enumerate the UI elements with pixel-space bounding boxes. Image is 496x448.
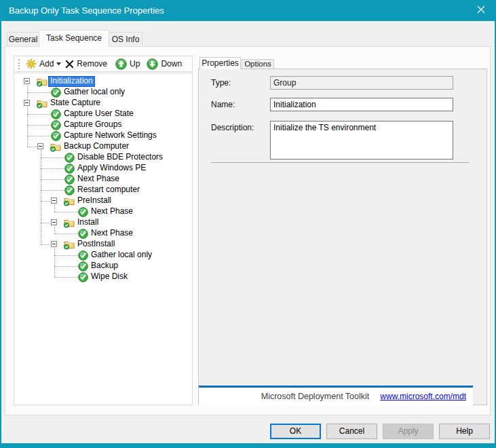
tree-connector-line — [27, 85, 28, 92]
dialog-window: Backup Only Task Sequence Properties Gen… — [0, 0, 496, 448]
tree-item-label[interactable]: Capture Network Settings — [62, 130, 159, 141]
task-check-icon — [77, 206, 88, 217]
tree-toolbar: Add Remove Up — [14, 56, 193, 72]
tree-item-label[interactable]: Backup — [89, 261, 120, 272]
tree-task-row[interactable]: Capture User State — [14, 109, 192, 119]
help-button[interactable]: Help — [439, 424, 490, 439]
tree-item-label[interactable]: Disable BDE Protectors — [75, 152, 165, 163]
tree-task-row[interactable]: Backup — [14, 261, 192, 272]
collapse-minus-icon[interactable] — [37, 143, 43, 149]
add-button[interactable]: Add — [24, 58, 63, 69]
down-arrow-icon — [147, 58, 158, 70]
tree-connector-stub — [41, 190, 64, 191]
add-dropdown-caret-icon — [56, 62, 61, 66]
tree-task-row[interactable]: Wipe Disk — [14, 272, 192, 282]
add-star-icon — [26, 58, 37, 69]
tree-connector-stub — [41, 223, 52, 223]
tree-item-label[interactable]: Restart computer — [75, 185, 142, 195]
tree-item-label[interactable]: Capture Groups — [62, 119, 123, 130]
task-check-icon — [77, 261, 88, 272]
tree-item-label[interactable]: Gather local only — [89, 250, 154, 261]
task-check-icon — [77, 250, 88, 261]
tree-connector-stub — [54, 277, 77, 278]
tree-connector-stub — [41, 179, 64, 180]
description-field[interactable]: Initialize the TS environment — [270, 121, 453, 160]
remove-button-label: Remove — [77, 59, 107, 69]
type-label: Type: — [211, 78, 231, 88]
tree-task-row[interactable]: Capture Groups — [14, 119, 192, 130]
tree-task-row[interactable]: Capture Network Settings — [14, 130, 192, 141]
mdt-footer-text: Microsoft Deployment Toolkit — [261, 392, 370, 401]
tree-connector-stub — [41, 168, 64, 169]
tree-connector-stub — [41, 157, 64, 158]
title-bar[interactable]: Backup Only Task Sequence Properties — [0, 0, 496, 21]
toolbar-grip-handle[interactable] — [18, 59, 20, 69]
collapse-minus-icon[interactable] — [51, 198, 57, 204]
up-button[interactable]: Up — [113, 58, 142, 70]
tree-group-row[interactable]: State Capture — [14, 98, 192, 109]
tree-item-label[interactable]: Gather local only — [62, 87, 127, 98]
close-button[interactable] — [465, 0, 496, 21]
tree-item-label[interactable]: Capture User State — [62, 109, 136, 119]
tree-item-label[interactable]: Wipe Disk — [89, 272, 130, 282]
name-label: Name: — [211, 100, 235, 109]
task-check-icon — [77, 272, 88, 282]
tab-options[interactable]: Options — [242, 59, 274, 69]
tree-connector-stub — [27, 147, 38, 147]
tree-connector-stub — [41, 244, 52, 245]
tree-item-label[interactable]: Next Phase — [75, 174, 121, 185]
down-button[interactable]: Down — [145, 58, 184, 70]
remove-button[interactable]: Remove — [63, 59, 109, 69]
tree-connector-line — [54, 226, 55, 234]
task-check-icon — [50, 87, 61, 98]
group-folder-icon — [50, 141, 61, 152]
tab-os-info[interactable]: OS Info — [109, 32, 142, 47]
task-check-icon — [64, 152, 75, 163]
collapse-minus-icon[interactable] — [51, 219, 57, 225]
tree-item-label[interactable]: Install — [75, 217, 100, 228]
remove-x-icon — [65, 60, 74, 69]
up-arrow-icon — [115, 58, 127, 70]
task-sequence-tree[interactable]: InitializationGather local onlyState Cap… — [14, 73, 193, 405]
properties-tab-page: Type: Name: Description: Initialize the … — [198, 69, 487, 405]
type-field — [270, 76, 453, 90]
tab-general[interactable]: General — [7, 32, 39, 47]
group-folder-icon — [37, 98, 47, 109]
tree-item-label[interactable]: Next Phase — [89, 206, 135, 217]
tab-task-sequence[interactable]: Task Sequence — [39, 30, 109, 47]
tree-connector-line — [54, 204, 55, 212]
tree-connector-line — [41, 150, 41, 244]
tree-item-label[interactable]: PreInstall — [75, 195, 113, 206]
mdt-link[interactable]: www.microsoft.com/mdt — [380, 392, 466, 401]
collapse-minus-icon[interactable] — [51, 241, 57, 247]
collapse-minus-icon[interactable] — [24, 100, 30, 106]
tree-item-label[interactable]: Backup Computer — [62, 141, 131, 152]
tree-item-label[interactable]: PostInstall — [75, 239, 117, 250]
tree-connector-stub — [54, 212, 77, 212]
tree-connector-stub — [27, 125, 50, 126]
cancel-button[interactable]: Cancel — [326, 424, 377, 439]
tab-properties[interactable]: Properties — [199, 57, 241, 69]
up-button-label: Up — [130, 59, 140, 69]
tree-group-row[interactable]: Initialization — [14, 76, 192, 87]
task-check-icon — [50, 109, 61, 119]
tree-task-row[interactable]: Gather local only — [14, 250, 192, 261]
tree-item-label[interactable]: Next Phase — [89, 228, 135, 239]
tree-connector-line — [27, 107, 28, 147]
tree-connector-stub — [27, 114, 50, 115]
apply-button[interactable]: Apply — [383, 424, 434, 439]
group-folder-icon — [64, 195, 75, 206]
name-field[interactable] — [270, 98, 453, 111]
collapse-minus-icon[interactable] — [24, 78, 30, 84]
mdt-footer: Microsoft Deployment Toolkit www.microso… — [199, 386, 473, 405]
tree-item-label[interactable]: State Capture — [48, 98, 102, 109]
tree-item-label[interactable]: Initialization — [48, 76, 95, 87]
task-check-icon — [64, 185, 75, 195]
group-folder-icon — [64, 217, 75, 228]
tree-connector-stub — [54, 266, 77, 267]
tree-task-row[interactable]: Gather local only — [14, 87, 192, 98]
ok-button[interactable]: OK — [270, 424, 321, 439]
tree-connector-line — [54, 248, 55, 277]
tree-item-label[interactable]: Apply Windows PE — [75, 163, 148, 174]
task-check-icon — [50, 119, 61, 130]
